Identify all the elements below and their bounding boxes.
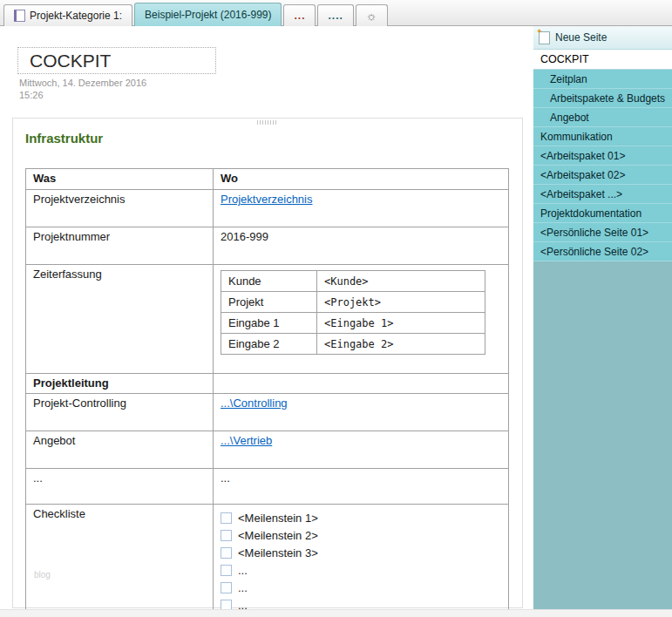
checklist-item: <Meilenstein 3> <box>221 545 501 561</box>
new-page-icon <box>539 31 550 44</box>
note-container: Infrastruktur Was Wo Projektverzeichnis … <box>12 118 523 608</box>
cell-wo <box>214 374 509 394</box>
checklist-item: ... <box>221 580 501 596</box>
cell-was: Checkliste <box>26 505 214 617</box>
checklist-label: <Meilenstein 1> <box>238 512 318 525</box>
new-page-button[interactable]: Neue Seite <box>533 26 672 50</box>
table-row: Eingabe 1 <Eingabe 1> <box>221 313 485 334</box>
checklist-label: <Meilenstein 2> <box>238 529 318 542</box>
table-row: Eingabe 2 <Eingabe 2> <box>221 334 485 355</box>
sidebar-item-arbeitspaket-more[interactable]: <Arbeitspaket ...> <box>533 185 672 204</box>
new-page-label: Neue Seite <box>555 31 607 44</box>
cell-wo: ... <box>214 469 509 505</box>
sidebar-item-arbeitspakete-budgets[interactable]: Arbeitspakete & Budgets <box>533 89 672 108</box>
cell-label: Projekt <box>221 292 317 313</box>
table-row: Zeiterfassung Kunde <Kunde> Projekt <Pro… <box>26 265 509 374</box>
cell-was: Angebot <box>26 431 214 469</box>
page-date: Mittwoch, 14. Dezember 2016 <box>19 78 146 88</box>
cell-wo: <Meilenstein 1> <Meilenstein 2> <Meilens… <box>214 505 509 617</box>
cell-label: Eingabe 1 <box>221 313 317 334</box>
checklist-item: <Meilenstein 1> <box>221 510 501 526</box>
table-row: Projektverzeichnis Projektverzeichnis <box>26 190 509 227</box>
page-title: COCKPIT <box>30 51 111 71</box>
tab-label: ... <box>294 10 305 22</box>
table-row: Angebot ...\Vertrieb <box>26 431 509 469</box>
sidebar-item-persoenliche-seite-02[interactable]: <Persönliche Seite 02> <box>533 242 672 261</box>
cell-was: Projektverzeichnis <box>26 190 214 227</box>
table-header-row: Was Wo <box>26 169 509 190</box>
table-row: Checkliste <Meilenstein 1> <Meilenstein … <box>26 505 509 617</box>
tab-projekt-kategorie-1[interactable]: Projekt-Kategorie 1: <box>3 4 132 26</box>
checklist-item: <Meilenstein 2> <box>221 527 501 544</box>
sidebar-item-zeitplan[interactable]: Zeitplan <box>533 70 672 89</box>
checklist-label: ... <box>238 564 248 577</box>
container-move-handle[interactable] <box>257 120 278 125</box>
sidebar-item-arbeitspaket-02[interactable]: <Arbeitspaket 02> <box>533 166 672 185</box>
col-header-was: Was <box>26 169 214 190</box>
tab-label: Projekt-Kategorie 1: <box>30 10 122 22</box>
cell-was: Zeiterfassung <box>26 265 214 374</box>
cell-wo: ...\Controlling <box>214 394 509 431</box>
sidebar-item-persoenliche-seite-01[interactable]: <Persönliche Seite 01> <box>533 223 672 242</box>
tab-dots-2[interactable]: .... <box>317 4 353 26</box>
checklist-item: ... <box>221 562 501 579</box>
todo-checkbox-icon[interactable] <box>221 582 232 593</box>
tab-beispiel-projekt[interactable]: Beispiel-Projekt (2016-999) <box>134 3 282 26</box>
checklist: <Meilenstein 1> <Meilenstein 2> <Meilens… <box>221 507 501 614</box>
sidebar-item-cockpit[interactable]: COCKPIT <box>533 50 672 70</box>
tab-label: .... <box>328 10 343 22</box>
tab-dots-1[interactable]: ... <box>283 4 316 26</box>
todo-checkbox-icon[interactable] <box>221 512 232 524</box>
notebook-icon <box>14 10 25 22</box>
sun-icon: ☼ <box>366 10 377 22</box>
sidebar-item-kommunikation[interactable]: Kommunikation <box>533 127 672 146</box>
cell-label: Kunde <box>221 271 317 292</box>
checklist-label: <Meilenstein 3> <box>238 546 318 559</box>
table-row: ... ... <box>26 469 509 505</box>
controlling-link[interactable]: ...\Controlling <box>221 397 288 410</box>
section-tabbar: Projekt-Kategorie 1: Beispiel-Projekt (2… <box>0 0 672 26</box>
table-row: Projekt <Projekt> <box>221 292 485 313</box>
sidebar-item-arbeitspaket-01[interactable]: <Arbeitspaket 01> <box>533 146 672 166</box>
cell-wo: Kunde <Kunde> Projekt <Projekt> Eingabe … <box>214 265 509 374</box>
cell-label: Eingabe 2 <box>221 334 317 355</box>
sidebar-filler <box>533 261 672 610</box>
table-row: Kunde <Kunde> <box>221 271 485 292</box>
table-row: Projekt-Controlling ...\Controlling <box>26 394 509 431</box>
todo-checkbox-icon[interactable] <box>221 530 232 541</box>
cell-value: <Projekt> <box>317 292 485 313</box>
todo-checkbox-icon[interactable] <box>221 547 232 559</box>
cell-wo: Projektverzeichnis <box>214 190 509 227</box>
table-row: Projektleitung <box>26 374 509 394</box>
page-canvas[interactable]: COCKPIT Mittwoch, 14. Dezember 2016 15:2… <box>0 26 533 610</box>
zeiterfassung-table: Kunde <Kunde> Projekt <Projekt> Eingabe … <box>221 270 485 355</box>
watermark: blog <box>34 570 51 580</box>
page-sidebar: Neue Seite COCKPIT Zeitplan Arbeitspaket… <box>533 26 672 610</box>
cell-was: Projekt-Controlling <box>26 394 214 431</box>
checklist-label: ... <box>238 581 248 594</box>
cell-was: ... <box>26 469 214 505</box>
projektverzeichnis-link[interactable]: Projektverzeichnis <box>221 193 313 206</box>
sidebar-item-angebot[interactable]: Angebot <box>533 108 672 127</box>
cell-was: Projektleitung <box>26 374 214 394</box>
cell-was: Projektnummer <box>26 227 214 265</box>
page-time: 15:26 <box>19 90 44 100</box>
tab-label: Beispiel-Projekt (2016-999) <box>145 9 271 21</box>
bottom-scrollbar-track[interactable] <box>0 609 672 617</box>
sidebar-item-projektdokumentation[interactable]: Projektdokumentation <box>533 204 672 223</box>
cell-value: <Eingabe 2> <box>317 334 485 355</box>
section-heading: Infrastruktur <box>25 131 522 146</box>
col-header-wo: Wo <box>214 169 509 190</box>
page-title-box[interactable]: COCKPIT <box>17 47 216 74</box>
tab-new-section[interactable]: ☼ <box>356 4 388 26</box>
cell-value: <Kunde> <box>317 271 485 292</box>
cell-wo: ...\Vertrieb <box>214 431 509 469</box>
cell-wo: 2016-999 <box>214 227 509 265</box>
vertrieb-link[interactable]: ...\Vertrieb <box>221 434 272 447</box>
cell-value: <Eingabe 1> <box>317 313 485 334</box>
infrastruktur-table: Was Wo Projektverzeichnis Projektverzeic… <box>25 168 509 617</box>
todo-checkbox-icon[interactable] <box>221 565 232 576</box>
table-row: Projektnummer 2016-999 <box>26 227 509 265</box>
